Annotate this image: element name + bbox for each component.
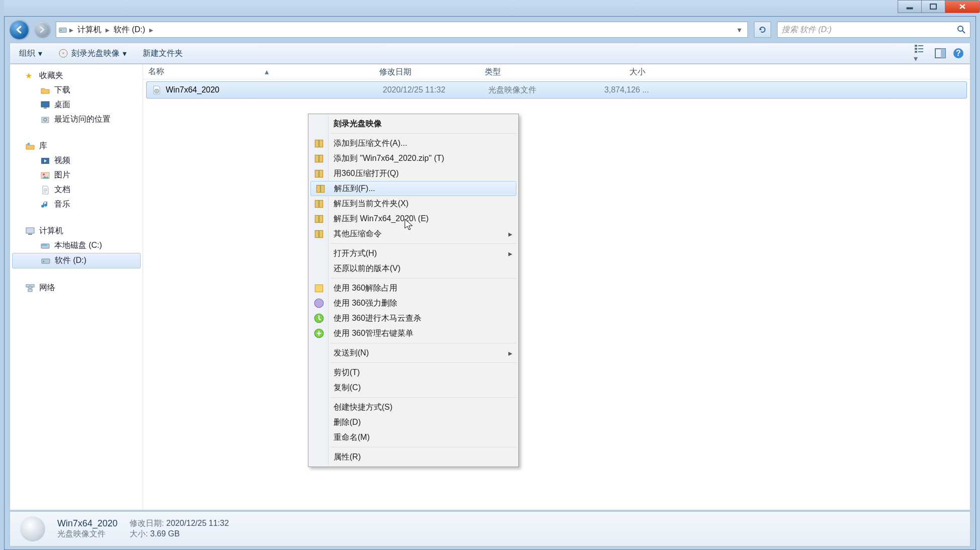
ctx-360-unlock[interactable]: 使用 360解除占用 bbox=[309, 281, 517, 296]
view-options-button[interactable]: ▾ bbox=[914, 44, 928, 63]
col-size[interactable]: 大小 bbox=[585, 64, 650, 79]
ctx-burn-disc[interactable]: 刻录光盘映像 bbox=[309, 116, 517, 131]
svg-point-51 bbox=[314, 299, 323, 308]
sidebar-favorites[interactable]: ★收藏夹 bbox=[10, 68, 143, 83]
details-type: 光盘映像文件 bbox=[57, 529, 118, 539]
ctx-extract-to-folder[interactable]: 解压到 Win7x64_2020\ (E) bbox=[309, 211, 517, 226]
drive-icon bbox=[41, 256, 51, 266]
documents-icon bbox=[40, 185, 50, 195]
ctx-open-with[interactable]: 打开方式(H)▸ bbox=[309, 246, 517, 261]
sidebar-recent-places[interactable]: 最近访问的位置 bbox=[10, 112, 143, 127]
svg-rect-26 bbox=[28, 234, 32, 235]
organize-button[interactable]: 组织 ▾ bbox=[16, 46, 45, 61]
burn-disc-button[interactable]: 刻录光盘映像 ▾ bbox=[55, 46, 130, 61]
sidebar-music[interactable]: 音乐 bbox=[10, 197, 143, 212]
ctx-delete[interactable]: 删除(D) bbox=[309, 415, 517, 430]
chevron-down-icon: ▾ bbox=[123, 49, 127, 58]
maximize-button[interactable] bbox=[921, 0, 945, 13]
minimize-button[interactable] bbox=[898, 0, 922, 13]
archive-icon bbox=[315, 183, 326, 194]
details-size-label: 大小: bbox=[130, 529, 148, 538]
svg-rect-43 bbox=[320, 185, 321, 192]
ctx-rename[interactable]: 重命名(M) bbox=[309, 430, 517, 445]
svg-point-6 bbox=[62, 52, 64, 54]
new-folder-button[interactable]: 新建文件夹 bbox=[140, 46, 186, 61]
network-icon bbox=[25, 283, 35, 293]
svg-rect-33 bbox=[28, 289, 32, 292]
ctx-cut[interactable]: 剪切(T) bbox=[309, 365, 517, 380]
music-icon bbox=[40, 200, 50, 210]
sidebar-videos[interactable]: 视频 bbox=[10, 153, 143, 168]
ctx-extract-here[interactable]: 解压到当前文件夹(X) bbox=[309, 196, 517, 211]
search-placeholder: 搜索 软件 (D:) bbox=[782, 25, 832, 35]
submenu-arrow-icon: ▸ bbox=[508, 348, 512, 358]
sidebar-pictures[interactable]: 图片 bbox=[10, 168, 143, 182]
submenu-arrow-icon: ▸ bbox=[508, 249, 512, 258]
svg-rect-41 bbox=[318, 170, 319, 177]
col-name[interactable]: 名称▴ bbox=[143, 64, 374, 79]
file-row[interactable]: Win7x64_2020 2020/12/25 11:32 光盘映像文件 3,8… bbox=[146, 81, 967, 99]
details-modified-label: 修改日期: bbox=[130, 519, 164, 527]
svg-point-4 bbox=[958, 26, 963, 31]
archive-icon bbox=[313, 153, 324, 164]
library-icon bbox=[25, 141, 35, 151]
ctx-restore-previous[interactable]: 还原以前的版本(V) bbox=[309, 261, 517, 276]
ctx-send-to[interactable]: 发送到(N)▸ bbox=[309, 345, 517, 360]
svg-rect-18 bbox=[44, 108, 47, 109]
ctx-360-force-delete[interactable]: 使用 360强力删除 bbox=[309, 296, 517, 311]
command-bar: 组织 ▾ 刻录光盘映像 ▾ 新建文件夹 ▾ ? bbox=[10, 43, 970, 64]
desktop-icon bbox=[40, 100, 50, 110]
details-pane: Win7x64_2020 光盘映像文件 修改日期: 2020/12/25 11:… bbox=[10, 511, 970, 546]
drive-icon bbox=[40, 241, 50, 251]
sidebar-local-disk-c[interactable]: 本地磁盘 (C:) bbox=[10, 238, 143, 253]
ctx-extract-to[interactable]: 解压到(F)... bbox=[310, 181, 516, 196]
search-icon bbox=[957, 25, 966, 34]
svg-rect-10 bbox=[918, 45, 923, 46]
ctx-create-shortcut[interactable]: 创建快捷方式(S) bbox=[309, 400, 517, 415]
sidebar-software-d[interactable]: 软件 (D:) bbox=[12, 253, 141, 268]
column-headers: 名称▴ 修改日期 类型 大小 bbox=[143, 64, 970, 79]
col-date[interactable]: 修改日期 bbox=[374, 64, 480, 79]
nav-bar: ▸ 计算机 ▸ 软件 (D:) ▸ ▾ 搜索 软件 (D:) bbox=[10, 20, 970, 40]
refresh-icon bbox=[758, 25, 767, 34]
360-icon bbox=[313, 328, 324, 339]
details-size-value: 3.69 GB bbox=[150, 529, 180, 538]
svg-rect-28 bbox=[42, 244, 47, 246]
ctx-other-archive[interactable]: 其他压缩命令▸ bbox=[309, 226, 517, 241]
search-input[interactable]: 搜索 软件 (D:) bbox=[777, 22, 970, 38]
drive-icon bbox=[58, 25, 67, 34]
preview-pane-button[interactable] bbox=[935, 48, 946, 58]
sidebar-libraries[interactable]: 库 bbox=[10, 139, 143, 153]
ctx-360-trojan-scan[interactable]: 使用 360进行木马云查杀 bbox=[309, 311, 517, 326]
sidebar-documents[interactable]: 文档 bbox=[10, 182, 143, 197]
svg-rect-49 bbox=[318, 230, 319, 237]
col-type[interactable]: 类型 bbox=[480, 64, 585, 79]
ctx-properties[interactable]: 属性(R) bbox=[309, 449, 517, 465]
ctx-add-to-zip[interactable]: 添加到 "Win7x64_2020.zip" (T) bbox=[309, 151, 517, 166]
refresh-button[interactable] bbox=[754, 22, 771, 38]
address-bar[interactable]: ▸ 计算机 ▸ 软件 (D:) ▸ ▾ bbox=[56, 22, 748, 38]
forward-button[interactable] bbox=[35, 22, 50, 37]
ctx-copy[interactable]: 复制(C) bbox=[309, 380, 517, 395]
svg-rect-14 bbox=[941, 49, 945, 58]
sidebar-computer[interactable]: 计算机 bbox=[10, 224, 143, 238]
sidebar-downloads[interactable]: 下载 bbox=[10, 83, 143, 98]
file-list: 名称▴ 修改日期 类型 大小 Win7x64_2020 2020/12/25 1… bbox=[143, 64, 970, 510]
breadcrumb-computer[interactable]: 计算机 bbox=[74, 22, 104, 37]
archive-icon bbox=[313, 138, 324, 149]
svg-rect-47 bbox=[318, 215, 319, 222]
sidebar-network[interactable]: 网络 bbox=[10, 281, 143, 295]
help-button[interactable]: ? bbox=[953, 48, 964, 59]
sidebar-desktop[interactable]: 桌面 bbox=[10, 98, 143, 112]
back-button[interactable] bbox=[10, 20, 29, 39]
address-dropdown[interactable]: ▾ bbox=[733, 25, 745, 35]
breadcrumb-drive[interactable]: 软件 (D:) bbox=[111, 22, 148, 37]
ctx-open-with-360zip[interactable]: 用360压缩打开(Q) bbox=[309, 166, 517, 181]
navigation-pane: ★收藏夹 下载 桌面 最近访问的位置 库 视频 图片 文档 音乐 计算机 本地磁… bbox=[10, 64, 143, 510]
details-modified-value: 2020/12/25 11:32 bbox=[166, 519, 229, 527]
file-size: 3,874,126 ... bbox=[589, 85, 654, 95]
ctx-360-manage-menu[interactable]: 使用 360管理右键菜单 bbox=[309, 326, 517, 341]
ctx-add-to-archive[interactable]: 添加到压缩文件(A)... bbox=[309, 136, 517, 151]
close-button[interactable] bbox=[945, 0, 980, 13]
svg-rect-0 bbox=[907, 8, 913, 9]
